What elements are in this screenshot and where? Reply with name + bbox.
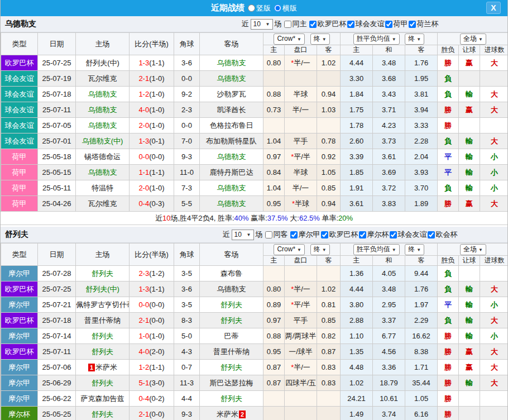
result-goals: 小	[480, 297, 508, 313]
away-team-label: 普里什蒂纳	[213, 347, 250, 356]
odds-away: 1.02	[317, 55, 341, 71]
corner-score: 9-3	[174, 149, 200, 165]
avg-final-select[interactable]: 终▼	[405, 34, 424, 45]
away-team: 舒列夫	[200, 360, 263, 375]
half-time-score: (0-0)	[149, 152, 164, 161]
recent-count-select[interactable]: 10▼	[232, 230, 254, 240]
result-outcome: 勝	[438, 102, 459, 118]
avg-away: 1.76	[405, 281, 438, 297]
match-score: 0-0(0-0)	[130, 149, 174, 165]
odds-home: 0.88	[263, 87, 285, 102]
home-team: 萨克森加告兹	[76, 391, 130, 407]
result-goals	[480, 118, 508, 133]
odds-source-select[interactable]: Crow*▼	[274, 34, 305, 45]
radio-horizontal-layout[interactable]: 横版	[274, 3, 297, 13]
match-type-badge: 欧罗巴杯	[1, 55, 38, 71]
radio-vertical-layout[interactable]: 竖版	[248, 3, 271, 13]
match-type-badge: 球会友谊	[1, 71, 38, 87]
column-header-score: 比分(半场)	[130, 33, 174, 55]
match-date: 25-06-22	[38, 391, 76, 407]
away-team: 乌德勒支	[200, 196, 263, 212]
odds-group-header: Crow*▼ 终▼	[263, 33, 341, 45]
corner-score: 3-6	[174, 281, 200, 297]
odds-home: 1.04	[263, 133, 285, 149]
league-filter-checkbox[interactable]: 球会友谊	[389, 230, 427, 240]
half-time-score: (1-0)	[149, 121, 164, 130]
chevron-down-icon: ▼	[392, 247, 396, 252]
match-type-badge: 摩尔甲	[1, 266, 38, 281]
league-filter-checkbox[interactable]: 荷兰杯	[408, 19, 439, 29]
team-name: 乌德勒支	[5, 19, 172, 29]
home-team-label: 乌德勒支	[88, 90, 117, 98]
match-type-badge: 摩尔甲	[1, 328, 38, 344]
avg-odds-select[interactable]: 胜平负均值▼	[353, 34, 400, 45]
full-match-select[interactable]: 全场▼	[460, 244, 486, 255]
league-filter-input[interactable]	[321, 231, 328, 238]
table-body: 摩尔甲25-07-28舒列夫2-3(1-2)3-5森布鲁1.364.059.44…	[1, 266, 508, 420]
odds-source-select[interactable]: Crow*▼	[274, 244, 305, 255]
close-button[interactable]: X	[486, 2, 501, 14]
corner-score: 3-5	[174, 266, 200, 281]
avg-final-select[interactable]: 终▼	[405, 244, 424, 255]
away-team-label: 凯泽酋长	[217, 106, 246, 114]
full-match-select[interactable]: 全场▼	[460, 34, 486, 45]
league-filter-checkbox[interactable]: 球会友谊	[347, 19, 385, 29]
corner-score: 4-3	[174, 344, 200, 360]
avg-away: 35.44	[405, 375, 438, 391]
column-header-corner: 角球	[174, 244, 200, 266]
chevron-down-icon: ▼	[266, 20, 270, 29]
summary-part: 大:	[288, 214, 299, 222]
avg-home: 3.39	[341, 149, 373, 165]
league-filter-checkbox[interactable]: 荷甲	[385, 19, 408, 29]
league-filter-input[interactable]	[290, 231, 298, 238]
same-venue-checkbox[interactable]: 同主	[284, 19, 307, 29]
avg-away: 2.28	[405, 133, 438, 149]
league-filter-input[interactable]	[428, 231, 435, 238]
league-filter-input[interactable]	[409, 21, 416, 28]
match-type-badge: 欧罗巴杯	[1, 344, 38, 360]
league-filter-checkbox[interactable]: 摩尔杯	[358, 230, 389, 240]
league-filter-checkbox[interactable]: 欧罗巴杯	[320, 230, 358, 240]
match-score: 1-3(1-1)	[130, 55, 174, 71]
avg-home: 3.61	[341, 196, 373, 212]
radio-horizontal-label: 横版	[282, 3, 297, 13]
same-venue-input[interactable]	[284, 21, 291, 28]
league-filter-input[interactable]	[359, 231, 366, 238]
column-header-odds-away: 客	[317, 45, 341, 55]
league-filter-checkbox[interactable]: 欧罗巴杯	[309, 19, 347, 29]
same-venue-input[interactable]	[265, 231, 272, 238]
league-filter-checkbox[interactable]: 摩尔甲	[290, 230, 320, 240]
league-filter-input[interactable]	[385, 21, 392, 28]
radio-vertical-input[interactable]	[248, 4, 255, 12]
recent-count-select[interactable]: 10▼	[251, 19, 273, 30]
full-time-score: 1-2	[138, 363, 149, 371]
radio-horizontal-input[interactable]	[274, 4, 281, 12]
result-goals	[480, 407, 508, 420]
column-header-away: 客场	[200, 33, 263, 55]
league-filter-input[interactable]	[390, 231, 397, 238]
odds-final-select[interactable]: 终▼	[310, 244, 330, 255]
away-team: 布加勒斯特星队	[200, 133, 263, 149]
avg-odds-select[interactable]: 胜平负均值▼	[353, 244, 400, 255]
result-outcome: 負	[438, 71, 459, 87]
odds-final-select[interactable]: 终▼	[310, 34, 330, 45]
same-venue-checkbox[interactable]: 同客	[265, 230, 288, 240]
league-filter-input[interactable]	[347, 21, 354, 28]
league-filter-checkbox[interactable]: 欧会杯	[427, 230, 458, 240]
full-time-score: 4-0	[138, 347, 149, 356]
avg-draw: 3.68	[373, 71, 405, 87]
match-date: 25-07-25	[38, 281, 76, 297]
league-filter-label: 摩尔甲	[299, 230, 320, 240]
home-team: 乌德勒支(中)	[76, 133, 130, 149]
result-handicap: 輸	[459, 180, 480, 196]
avg-draw: 3.72	[373, 180, 405, 196]
match-date: 25-05-11	[38, 180, 76, 196]
odds-away: 0.82	[317, 328, 341, 344]
odds-handicap	[285, 266, 317, 281]
league-filter-input[interactable]	[309, 21, 317, 28]
match-type-badge: 摩尔甲	[1, 375, 38, 391]
result-goals: 大	[480, 133, 508, 149]
away-team: 米萨米2	[200, 407, 263, 420]
full-time-score: 2-1	[138, 316, 149, 324]
home-team-label: 乌德勒支	[88, 106, 117, 114]
